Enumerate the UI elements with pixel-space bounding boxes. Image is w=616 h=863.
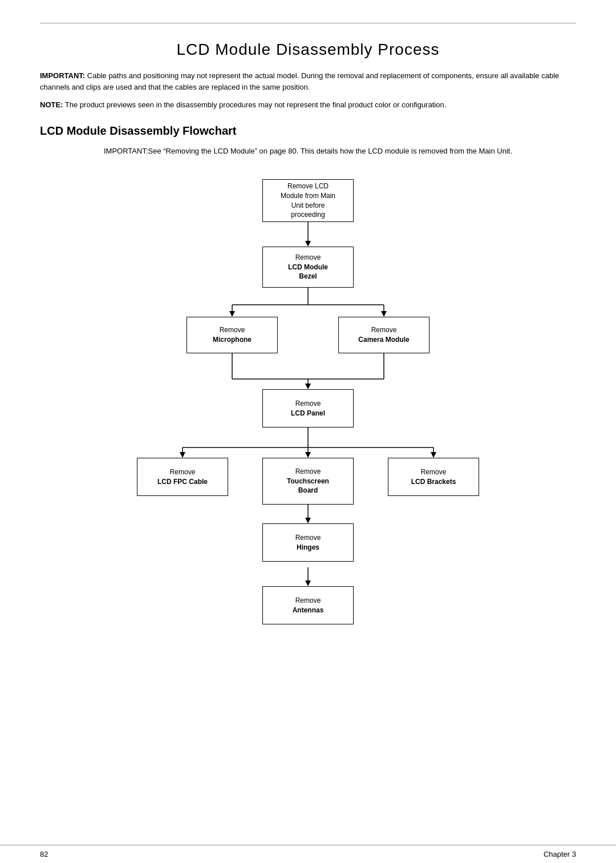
footer-chapter: Chapter 3	[544, 850, 576, 858]
box2-text: Remove LCD Module Bezel	[288, 253, 328, 281]
top-border	[40, 23, 576, 23]
box7-text: Remove Touchscreen Board	[287, 467, 329, 495]
flowchart-container: Remove LCD Module from Main Unit before …	[40, 168, 576, 681]
box3-text: Remove Microphone	[213, 325, 252, 345]
svg-marker-19	[305, 452, 311, 458]
flowchart-box-4: Remove Camera Module	[338, 317, 429, 353]
svg-marker-6	[229, 311, 235, 317]
svg-marker-8	[381, 311, 387, 317]
box8-text: Remove LCD Brackets	[411, 467, 456, 487]
important-label-1: IMPORTANT:	[40, 71, 85, 80]
note-block: NOTE: The product previews seen in the d…	[40, 99, 576, 111]
box6-text: Remove LCD FPC Cable	[157, 467, 208, 487]
flowchart-box-6: Remove LCD FPC Cable	[137, 458, 228, 496]
section-title: LCD Module Disassembly Flowchart	[40, 124, 576, 138]
page-footer: 82 Chapter 3	[0, 845, 616, 863]
footer-page-number: 82	[40, 850, 48, 858]
flowchart-box-10: Remove Antennas	[262, 586, 354, 624]
box5-text: Remove LCD Panel	[291, 399, 325, 418]
svg-marker-23	[305, 518, 311, 523]
flowchart-box-1: Remove LCD Module from Main Unit before …	[262, 179, 354, 222]
flowchart: Remove LCD Module from Main Unit before …	[108, 168, 508, 681]
flowchart-box-8: Remove LCD Brackets	[388, 458, 479, 496]
box9-text: Remove Hinges	[295, 533, 321, 553]
flowchart-box-7: Remove Touchscreen Board	[262, 458, 354, 505]
svg-marker-21	[431, 452, 436, 458]
box10-text: Remove Antennas	[293, 596, 324, 615]
flowchart-note: IMPORTANT:See “Removing the LCD Module” …	[40, 146, 576, 157]
page: LCD Module Disassembly Process IMPORTANT…	[0, 0, 616, 863]
flowchart-box-2: Remove LCD Module Bezel	[262, 247, 354, 288]
flowchart-note-text: See “Removing the LCD Module” on page 80…	[148, 147, 513, 155]
svg-marker-1	[305, 241, 311, 247]
svg-marker-17	[180, 452, 185, 458]
page-title: LCD Module Disassembly Process	[40, 41, 576, 59]
box1-text: Remove LCD Module from Main Unit before …	[281, 182, 335, 220]
note-label: NOTE:	[40, 100, 63, 109]
flowchart-note-bold: IMPORTANT:	[104, 147, 148, 155]
flowchart-box-5: Remove LCD Panel	[262, 389, 354, 428]
svg-marker-13	[305, 384, 311, 389]
box4-text: Remove Camera Module	[358, 325, 409, 345]
svg-marker-25	[305, 580, 311, 586]
flowchart-box-9: Remove Hinges	[262, 523, 354, 562]
flowchart-box-3: Remove Microphone	[187, 317, 278, 353]
note-text: The product previews seen in the disasse…	[63, 100, 446, 109]
important-block-1: IMPORTANT: Cable paths and positioning m…	[40, 70, 576, 92]
important-text-1: Cable paths and positioning may not repr…	[40, 71, 559, 91]
